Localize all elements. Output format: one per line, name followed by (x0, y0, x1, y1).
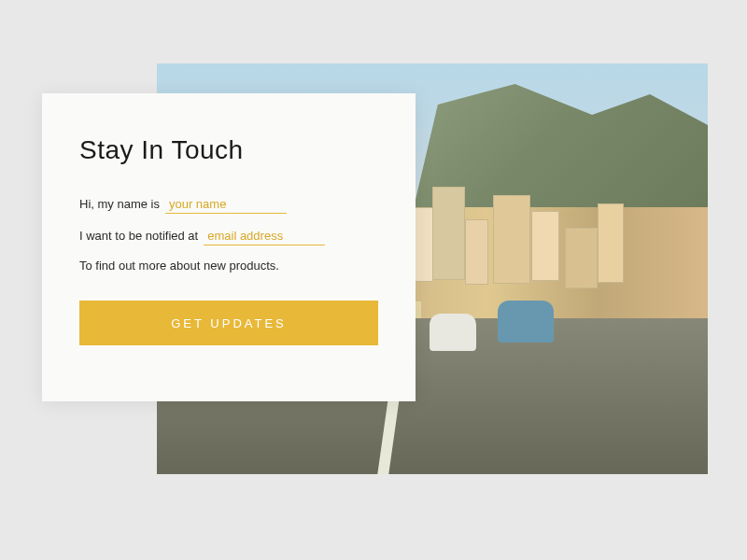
car-white (430, 314, 476, 351)
name-line: Hi, my name is (79, 195, 378, 214)
email-line: I want to be notified at (79, 227, 378, 245)
car-blue (498, 301, 554, 343)
building (493, 195, 530, 284)
name-prefix-label: Hi, my name is (79, 197, 160, 211)
email-input[interactable] (204, 227, 325, 245)
signup-card: Stay In Touch Hi, my name is I want to b… (42, 93, 416, 401)
building (565, 228, 598, 288)
building (531, 211, 559, 281)
name-input[interactable] (165, 195, 287, 214)
email-prefix-label: I want to be notified at (79, 229, 198, 243)
building (432, 187, 465, 280)
get-updates-button[interactable]: GET UPDATES (79, 301, 378, 345)
building (598, 203, 624, 283)
form-title: Stay In Touch (79, 135, 378, 165)
form-description: To find out more about new products. (79, 259, 378, 273)
building (465, 219, 488, 285)
